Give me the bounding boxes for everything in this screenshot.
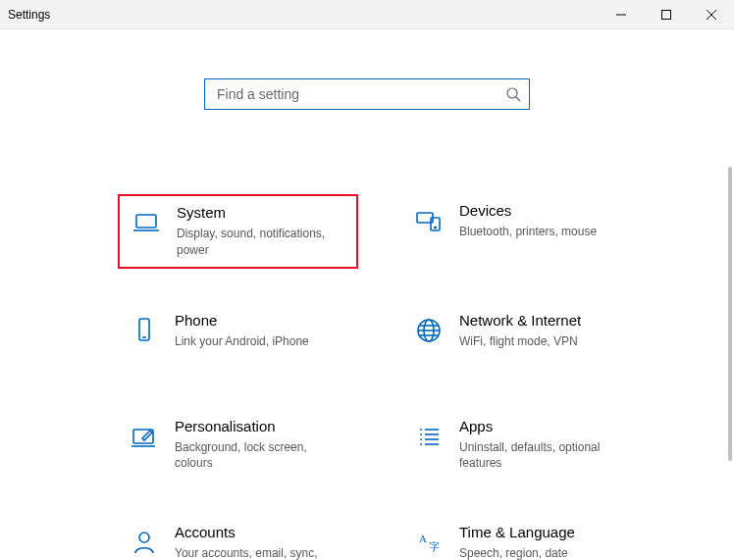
search-icon [505,86,521,102]
tile-title: Apps [459,418,631,435]
list-icon [412,420,446,453]
person-icon [128,526,161,559]
close-button[interactable] [689,0,734,29]
phone-icon [128,314,161,347]
svg-point-4 [507,88,517,98]
tile-title: Personalisation [175,418,346,435]
settings-grid: System Display, sound, notifications, po… [118,194,667,560]
tile-title: Accounts [175,524,346,541]
tile-desc: Background, lock screen, colours [175,439,346,473]
titlebar: Settings [0,0,734,29]
globe-icon [412,314,446,347]
svg-point-28 [139,533,149,542]
language-icon: A字 [412,526,446,559]
tile-system[interactable]: System Display, sound, notifications, po… [118,194,358,269]
minimize-button[interactable] [599,0,644,29]
tile-accounts[interactable]: Accounts Your accounts, email, sync, wor… [118,516,358,560]
paint-icon [128,420,161,453]
tile-time-language[interactable]: A字 Time & Language Speech, region, date [402,516,643,560]
tile-title: Network & Internet [459,312,581,330]
search-input[interactable] [215,85,505,103]
devices-icon [412,204,446,237]
svg-rect-1 [662,10,671,19]
search-box[interactable] [204,78,530,110]
tile-title: Devices [459,202,597,220]
tile-title: Time & Language [459,524,575,541]
tile-personalisation[interactable]: Personalisation Background, lock screen,… [118,410,358,481]
tile-desc: Link your Android, iPhone [175,333,309,350]
close-icon [707,10,716,20]
tile-desc: Uninstall, defaults, optional features [459,439,631,473]
svg-line-5 [516,97,520,101]
search-wrap [0,78,734,110]
tile-desc: Speech, region, date [459,545,575,560]
tile-desc: Display, sound, notifications, power [177,226,346,259]
tile-desc: Bluetooth, printers, mouse [459,224,597,240]
maximize-icon [661,10,671,20]
minimize-icon [616,10,626,20]
svg-rect-6 [136,215,156,228]
scrollbar[interactable] [728,167,732,461]
maximize-button[interactable] [644,0,689,29]
svg-point-10 [435,227,437,229]
tile-title: Phone [175,312,309,330]
window-title: Settings [8,8,50,22]
tile-apps[interactable]: Apps Uninstall, defaults, optional featu… [402,410,643,481]
svg-text:字: 字 [429,540,440,552]
laptop-icon [130,206,163,239]
tile-desc: WiFi, flight mode, VPN [459,333,581,350]
tile-phone[interactable]: Phone Link your Android, iPhone [118,304,358,375]
window-buttons [599,0,734,29]
content-area: System Display, sound, notifications, po… [0,29,734,560]
tile-title: System [177,204,346,222]
tile-desc: Your accounts, email, sync, work, family [175,545,346,560]
tile-devices[interactable]: Devices Bluetooth, printers, mouse [402,194,643,269]
tile-network[interactable]: Network & Internet WiFi, flight mode, VP… [402,304,643,375]
svg-text:A: A [419,533,427,544]
